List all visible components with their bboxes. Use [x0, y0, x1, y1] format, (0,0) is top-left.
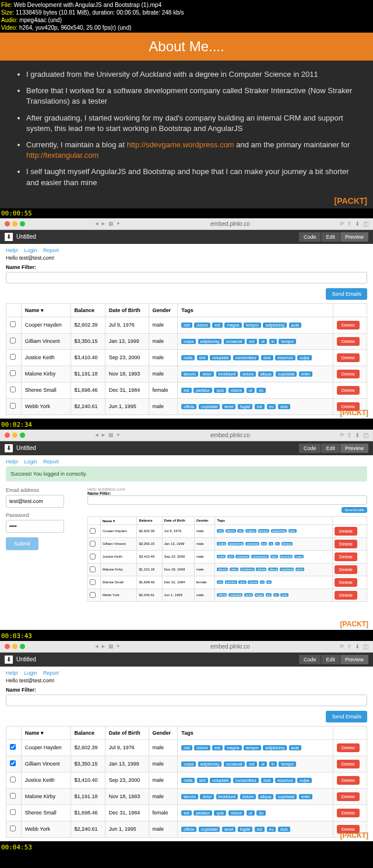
- row-checkbox[interactable]: [90, 579, 96, 585]
- tab-code[interactable]: Code: [299, 444, 321, 453]
- row-checkbox[interactable]: [10, 777, 16, 782]
- delete-button[interactable]: Delete: [337, 809, 360, 817]
- row-checkbox[interactable]: [10, 809, 16, 815]
- nav-report[interactable]: Report: [43, 459, 59, 465]
- maximize-icon[interactable]: [20, 433, 25, 438]
- help-link[interactable]: Help!: [6, 247, 18, 253]
- panel-icon[interactable]: ▦: [108, 221, 114, 226]
- tab-preview[interactable]: Preview: [340, 232, 368, 242]
- panel-icon[interactable]: ▦: [108, 432, 114, 438]
- delete-button[interactable]: Delete: [337, 386, 360, 395]
- row-checkbox[interactable]: [10, 370, 16, 376]
- col-gender[interactable]: Gender: [149, 726, 178, 739]
- plnkr-logo-icon[interactable]: ⬇: [5, 656, 13, 664]
- nav-icon[interactable]: ◄ ►: [94, 221, 105, 226]
- row-checkbox[interactable]: [10, 403, 16, 409]
- col-balance[interactable]: Balance: [71, 726, 105, 739]
- nav-login[interactable]: Login: [24, 459, 37, 465]
- row-checkbox[interactable]: [10, 826, 16, 831]
- close-icon[interactable]: [5, 644, 10, 649]
- mini-filter-input[interactable]: [87, 495, 367, 505]
- plnkr-logo-icon[interactable]: ⬇: [5, 233, 13, 241]
- nav-icon[interactable]: ◄ ►: [94, 432, 105, 438]
- col-dob[interactable]: Date of Birth: [105, 303, 149, 317]
- filter-input[interactable]: [6, 272, 367, 284]
- reload-icon[interactable]: ⟳: [340, 221, 344, 226]
- delete-button[interactable]: Delete: [335, 552, 357, 561]
- share-icon[interactable]: ⇧: [347, 432, 351, 438]
- send-emails-button[interactable]: Send Emails: [326, 288, 367, 300]
- row-checkbox[interactable]: [10, 387, 16, 392]
- nav-login[interactable]: Login: [24, 670, 37, 676]
- maximize-icon[interactable]: [20, 644, 25, 649]
- download-icon[interactable]: ⬇: [355, 643, 360, 650]
- delete-button[interactable]: Delete: [335, 591, 357, 600]
- delete-button[interactable]: Delete: [335, 527, 357, 536]
- tabs-icon[interactable]: ◫: [363, 432, 368, 438]
- tab-preview[interactable]: Preview: [340, 444, 368, 453]
- tab-edit[interactable]: Edit: [321, 444, 340, 453]
- row-checkbox[interactable]: [10, 321, 16, 327]
- download-icon[interactable]: ⬇: [355, 432, 360, 438]
- url-bar[interactable]: embed.plnkr.co: [123, 643, 337, 650]
- tab-edit[interactable]: Edit: [321, 655, 340, 664]
- row-checkbox[interactable]: [10, 354, 16, 360]
- minimize-icon[interactable]: [12, 644, 17, 649]
- delete-button[interactable]: Delete: [337, 743, 360, 752]
- col-balance[interactable]: Balance: [71, 303, 105, 317]
- reload-icon[interactable]: ⟳: [340, 432, 344, 438]
- col-tags[interactable]: Tags: [178, 303, 333, 317]
- tab-preview[interactable]: Preview: [340, 655, 368, 664]
- tab-code[interactable]: Code: [299, 655, 321, 664]
- textangular-link[interactable]: http://textangular.com: [26, 151, 98, 160]
- star-icon[interactable]: ✦: [116, 643, 121, 649]
- send-emails-button[interactable]: Send Emails: [326, 711, 367, 722]
- filter-input[interactable]: [6, 695, 367, 706]
- tabs-icon[interactable]: ◫: [363, 221, 368, 227]
- col-dob[interactable]: Date of Birth: [105, 726, 149, 739]
- row-checkbox[interactable]: [10, 744, 16, 750]
- submit-button[interactable]: Submit: [6, 537, 38, 550]
- plnkr-logo-icon[interactable]: ⬇: [5, 444, 13, 452]
- mini-send-emails[interactable]: Send Emails: [342, 507, 367, 513]
- help-link[interactable]: Help!: [6, 670, 18, 676]
- col-name[interactable]: Name ▾: [21, 303, 71, 317]
- row-checkbox[interactable]: [90, 528, 96, 534]
- close-icon[interactable]: [5, 433, 10, 438]
- share-icon[interactable]: ⇧: [347, 221, 351, 227]
- password-field[interactable]: [6, 520, 64, 533]
- delete-button[interactable]: Delete: [337, 353, 360, 362]
- panel-icon[interactable]: ▦: [108, 643, 114, 649]
- url-bar[interactable]: embed.plnkr.co: [123, 432, 337, 438]
- help-link[interactable]: Help!: [6, 459, 18, 465]
- delete-button[interactable]: Delete: [337, 760, 360, 768]
- close-icon[interactable]: [5, 221, 10, 226]
- col-name[interactable]: Name ▾: [21, 726, 71, 739]
- nav-report[interactable]: Report: [43, 247, 59, 253]
- tabs-icon[interactable]: ◫: [363, 643, 368, 650]
- minimize-icon[interactable]: [12, 433, 17, 438]
- delete-button[interactable]: Delete: [335, 565, 357, 574]
- row-checkbox[interactable]: [10, 793, 16, 799]
- row-checkbox[interactable]: [90, 592, 96, 598]
- delete-button[interactable]: Delete: [337, 321, 360, 330]
- row-checkbox[interactable]: [90, 541, 96, 547]
- tab-edit[interactable]: Edit: [321, 232, 340, 242]
- row-checkbox[interactable]: [10, 760, 16, 766]
- row-checkbox[interactable]: [10, 338, 16, 343]
- email-field[interactable]: [6, 495, 64, 508]
- nav-report[interactable]: Report: [43, 670, 59, 676]
- row-checkbox[interactable]: [90, 566, 96, 572]
- download-icon[interactable]: ⬇: [355, 221, 360, 227]
- url-bar[interactable]: embed.plnkr.co: [123, 221, 337, 227]
- col-tags[interactable]: Tags: [178, 726, 333, 739]
- delete-button[interactable]: Delete: [337, 370, 360, 378]
- maximize-icon[interactable]: [20, 221, 25, 226]
- star-icon[interactable]: ✦: [116, 221, 121, 226]
- delete-button[interactable]: Delete: [335, 578, 357, 587]
- delete-button[interactable]: Delete: [337, 337, 360, 346]
- col-gender[interactable]: Gender: [149, 303, 178, 317]
- reload-icon[interactable]: ⟳: [340, 643, 344, 649]
- tab-code[interactable]: Code: [299, 232, 321, 242]
- nav-icon[interactable]: ◄ ►: [94, 643, 105, 649]
